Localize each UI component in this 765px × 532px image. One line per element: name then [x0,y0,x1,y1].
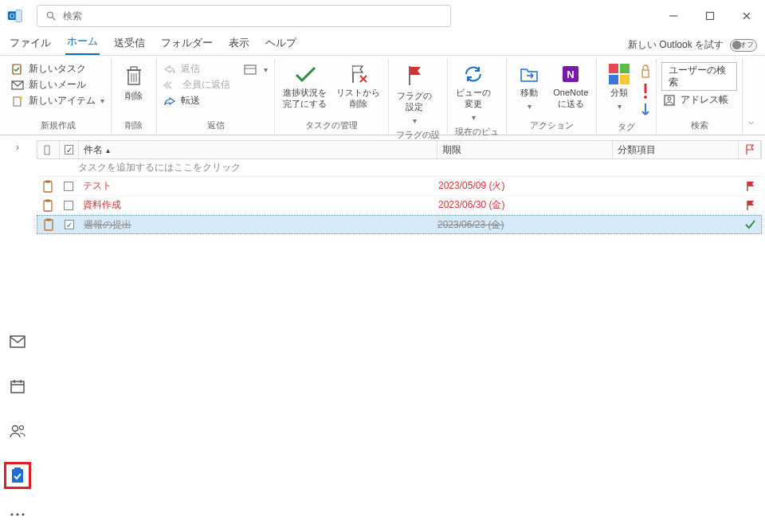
svg-rect-40 [12,469,23,483]
reply-icon [163,65,176,74]
ribbon-group-view: ビューの 変更▾ 現在のビュー [448,59,507,135]
task-row[interactable]: テスト2023/05/09 (火) [37,177,762,196]
onenote-button[interactable]: N OneNote に送る [550,62,591,111]
svg-text:O: O [10,12,15,20]
svg-rect-30 [10,336,25,347]
svg-point-39 [20,426,24,430]
ribbon-collapse-button[interactable]: ⌵ [743,59,760,135]
remove-from-list-button[interactable]: リストから 削除 [333,62,383,111]
move-button[interactable]: 移動▾ [512,62,547,113]
task-subject: テスト [83,180,112,191]
calendar-module-button[interactable] [4,373,31,400]
task-row[interactable]: 資料作成2023/06/30 (金) [37,196,762,215]
maximize-button[interactable] [692,0,728,32]
address-book-button[interactable]: アドレス帳 [661,93,736,107]
task-due: 2023/06/30 (金) [438,199,504,210]
navigation-rail: › [0,135,35,532]
svg-text:N: N [567,68,575,80]
forward-button[interactable]: 転送 [162,94,232,108]
lock-icon[interactable] [640,62,651,80]
column-complete[interactable]: ✓ [60,141,79,158]
change-view-button[interactable]: ビューの 変更▾ [453,62,494,124]
svg-point-43 [16,513,18,515]
task-subject: 週報の提出 [84,219,131,230]
mail-module-button[interactable] [4,328,31,355]
flag-icon [404,64,425,88]
clipboard-check-icon [11,64,24,75]
mark-complete-button[interactable]: 進捗状況を 完了にする [280,62,330,111]
folder-pane-toggle[interactable]: › [16,142,19,153]
attachment-icon [42,144,52,155]
task-checkbox[interactable] [64,182,73,191]
menu-folder[interactable]: フォルダー [159,33,214,55]
menu-help[interactable]: ヘルプ [264,33,298,55]
task-due: 2023/05/09 (火) [438,180,504,191]
reply-all-icon [163,80,178,90]
categorize-button[interactable]: 分類▾ [602,62,637,113]
new-items-button[interactable]: 新しいアイテム ▾ [10,94,106,108]
ribbon-group-manage: 進捗状況を 完了にする リストから 削除 タスクの管理 [275,59,389,135]
new-mail-button[interactable]: 新しいメール [10,78,106,92]
column-category[interactable]: 分類項目 [613,141,739,158]
task-list-pane: ✓ 件名 ▴ 期限 分類項目 タスクを追加するにはここをクリック テスト2023… [35,135,765,532]
reply-button[interactable]: 返信 [162,62,232,76]
menu-file[interactable]: ファイル [8,33,53,55]
sort-asc-icon: ▴ [106,146,110,155]
window-controls [655,0,765,32]
menu-view[interactable]: 表示 [227,33,251,55]
task-row[interactable]: 週報の提出2023/06/23 (金) [37,215,762,234]
menu-home[interactable]: ホーム [65,32,100,55]
task-checkbox[interactable] [64,201,73,210]
menu-send-receive[interactable]: 送受信 [112,33,147,55]
svg-point-44 [22,513,24,515]
task-checkbox[interactable] [65,220,74,229]
svg-line-4 [53,18,56,21]
checkbox-icon: ✓ [65,145,73,155]
group-label-tags: タグ [602,119,651,136]
sparkle-icon [11,96,24,107]
flag-icon[interactable] [746,200,755,211]
svg-rect-31 [11,381,24,393]
search-user-input[interactable]: ユーザーの検索 [661,62,736,91]
close-button[interactable] [728,0,765,32]
clipboard-check-icon [10,467,26,484]
group-label-respond: 返信 [162,118,269,135]
reply-all-button[interactable]: 全員に返信 [162,78,232,92]
search-input[interactable]: 検索 [37,5,451,27]
ribbon-group-respond: 返信 全員に返信 転送 ▾ 返信 [157,59,275,135]
svg-rect-50 [46,219,51,221]
svg-rect-9 [13,65,21,74]
move-folder-icon [519,64,539,84]
svg-rect-19 [245,65,256,74]
priority-high-icon[interactable] [640,82,651,100]
group-label-new: 新規作成 [10,118,106,135]
priority-low-icon[interactable] [640,102,651,119]
flag-icon[interactable] [746,181,755,192]
forward-icon [163,96,176,106]
check-icon [293,64,317,84]
meeting-icon [243,63,259,76]
column-subject[interactable]: 件名 ▴ [79,141,437,158]
minimize-button[interactable] [655,0,692,32]
delete-button[interactable]: 削除 [116,62,151,104]
column-attachment[interactable] [37,141,60,158]
ribbon-group-search: ユーザーの検索 アドレス帳 検索 [657,59,742,135]
flag-settings-button[interactable]: フラグの 設定▾ [394,62,435,127]
column-due[interactable]: 期限 [437,141,613,158]
refresh-icon [461,64,485,84]
people-module-button[interactable] [4,417,31,444]
add-task-row[interactable]: タスクを追加するにはここをクリック [37,159,762,177]
new-task-button[interactable]: 新しいタスク [10,62,106,76]
envelope-icon [11,80,24,90]
onenote-icon: N [560,64,581,84]
respond-more-button[interactable]: ▾ [241,62,269,76]
column-flag[interactable] [739,141,761,158]
svg-point-27 [644,96,647,99]
try-new-toggle[interactable]: オフ [730,39,757,52]
tasks-module-button[interactable] [4,462,31,489]
svg-point-3 [47,12,53,18]
envelope-icon [10,335,26,348]
ribbon-group-flags: フラグの 設定▾ フラグの設定 [389,59,448,135]
trash-icon [124,64,144,88]
more-modules-button[interactable] [4,507,31,522]
